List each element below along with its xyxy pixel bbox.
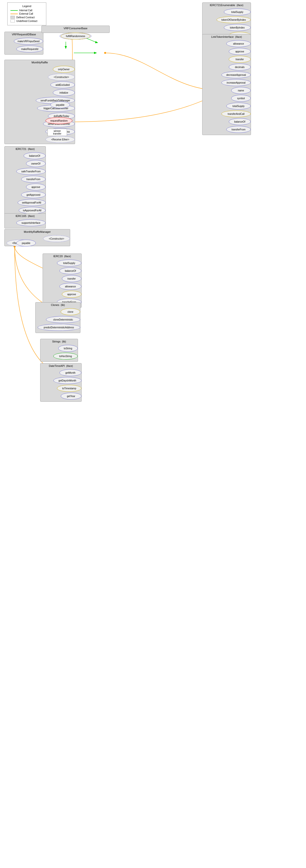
external-call-line <box>10 14 18 14</box>
legend-undefined-contract: Undefined Contract <box>10 20 43 23</box>
node-approve-link[interactable]: approve <box>229 48 251 55</box>
node-clone[interactable]: clone <box>61 308 80 315</box>
node-makeRequestId-vrf[interactable]: makeRequestId <box>16 45 43 53</box>
node-supportsInterface[interactable]: supportsInterface <box>16 219 45 226</box>
datetimeapi-box: DateTimeAPI (iface) getMonth getDaysInMo… <box>40 363 81 402</box>
clones-box: Clones (lib) clone cloneDeterministic pr… <box>35 302 80 333</box>
winner-label: winner <box>54 130 61 132</box>
vrfconsumerbase-box: VRFConsumerBase requestRandomness makeVR… <box>41 26 110 33</box>
external-call-label: External Call <box>19 12 33 15</box>
node-balanceOf-ierc20[interactable]: balanceOf <box>60 268 81 274</box>
ierc165-title: IERC165 (iface) <box>5 214 45 218</box>
legend-internal-call: Internal Call <box>10 9 43 12</box>
linktokeninterface-title: LinkTokenInterface (iface) <box>202 34 251 39</box>
monthlyraffle-title: MonthlyRaffle <box>5 60 75 65</box>
ierc165-box: IERC165 (iface) supportsInterface <box>4 213 46 228</box>
defined-contract-box <box>10 16 15 19</box>
strings-box: Strings (lib) toString toHexString <box>40 339 78 362</box>
legend-external-call: External Call <box>10 12 43 15</box>
vrfconsumerbase-title: VRFConsumerBase <box>42 26 109 31</box>
node-allowance-link[interactable]: allowance <box>226 40 251 47</box>
legend-title: Legend <box>10 5 43 7</box>
ierc20-title: IERC20 (iface) <box>43 254 81 259</box>
node-payable-mr[interactable]: payable <box>50 101 70 108</box>
node-makeVRFInputSeed-vrf[interactable]: makeVRFInputSeed <box>14 38 43 44</box>
node-totalSupply-link[interactable]: totalSupply <box>226 103 251 110</box>
node-name-link[interactable]: name <box>231 87 251 94</box>
node-decimals-link[interactable]: decimals <box>229 64 251 70</box>
node-symbol-link[interactable]: symbol <box>231 95 251 102</box>
node-getDaysInMonth[interactable]: getDaysInMonth <box>53 377 81 384</box>
node-predictDeterministicAddress[interactable]: predictDeterministicAddress <box>37 324 80 331</box>
node-balanceOf-link[interactable]: balanceOf <box>229 118 251 125</box>
node-getYear[interactable]: getYear <box>61 393 81 400</box>
node-tokenOfOwnerByIndex[interactable]: tokenOfOwnerByIndex <box>216 16 251 23</box>
node-transferFrom-ierc721[interactable]: transferFrom <box>21 176 45 183</box>
transfer-label: transfer <box>53 132 61 135</box>
datetimeapi-title: DateTimeAPI (iface) <box>40 364 81 368</box>
node-transferFrom-link[interactable]: transferFrom <box>226 126 251 133</box>
ierc721-box: IERC721 (iface) balanceOf ownerOf safeTr… <box>4 146 46 216</box>
node-setApprovalForAll[interactable]: setApprovalForAll <box>18 199 45 206</box>
node-receiveEther-mr[interactable]: <Receive Ether> <box>45 136 75 143</box>
undefined-contract-label: Undefined Contract <box>16 20 37 23</box>
node-ownerOf-ierc721[interactable]: ownerOf <box>26 160 45 167</box>
vrfrequestidbase-box: VRFRequestIDBase makeVRFInputSeed makeRe… <box>4 32 43 55</box>
diagram-container: Legend Internal Call External Call Defin… <box>0 0 306 868</box>
node-getMonth[interactable]: getMonth <box>60 369 81 376</box>
node-fulfillRandomness-vcb[interactable]: fulfillRandomness <box>61 33 90 39</box>
node-payable-mrm[interactable]: payable <box>16 240 36 246</box>
node-toHexString[interactable]: toHexString <box>53 353 78 360</box>
node-safeTransferFrom[interactable]: safeTransferFrom <box>16 168 45 175</box>
node-constructor-mr[interactable]: <Constructor> <box>48 73 75 81</box>
node-getApproved[interactable]: getApproved <box>21 191 45 198</box>
node-approve-ierc721[interactable]: approve <box>26 184 45 190</box>
defined-contract-label: Defined Contract <box>16 16 35 19</box>
legend-box: Legend Internal Call External Call Defin… <box>7 2 46 25</box>
node-allowance-ierc20[interactable]: allowance <box>60 283 81 290</box>
node-toTimestamp[interactable]: toTimestamp <box>57 385 81 392</box>
node-constructor-mrm[interactable]: <Constructor> <box>43 235 70 242</box>
node-totalSupply-ierc20[interactable]: totalSupply <box>57 259 81 267</box>
node-totalSupply-1[interactable]: totalSupply <box>224 8 251 16</box>
legend-defined-contract: Defined Contract <box>10 16 43 19</box>
node-onlyOwner[interactable]: onlyOwner <box>53 66 75 73</box>
ierc721-title: IERC721 (iface) <box>5 147 45 151</box>
strings-title: Strings (lib) <box>40 339 78 344</box>
ierc20-box: IERC20 (iface) totalSupply balanceOf tra… <box>43 253 81 308</box>
node-transfer-link[interactable]: transfer <box>229 56 251 63</box>
node-approve-ierc20[interactable]: approve <box>62 291 81 298</box>
node-cloneDeterministic[interactable]: cloneDeterministic <box>46 316 80 323</box>
node-transferAndCall[interactable]: transferAndCall <box>222 111 251 117</box>
node-toString[interactable]: toString <box>58 345 78 352</box>
linktokeninterface-box: LinkTokenInterface (iface) allowance app… <box>202 34 251 135</box>
node-increaseApproval[interactable]: increaseApproval <box>222 79 251 86</box>
node-initialize-mr[interactable]: initialize <box>53 89 75 96</box>
monthlyrafflemanager-box: MonthlyRaffleManager <Constructor> <Rece… <box>4 229 70 246</box>
node-balanceOf-ierc721[interactable]: balanceOf <box>24 152 45 159</box>
undefined-contract-box <box>10 20 15 23</box>
node-addExcluded[interactable]: addExcluded <box>50 82 75 88</box>
node-transfer-ierc20[interactable]: transfer <box>62 275 81 282</box>
internal-call-line <box>10 10 18 11</box>
node-requestRandom[interactable]: requestRandom <box>45 117 72 124</box>
vrfrequestidbase-title: VRFRequestIDBase <box>5 32 43 37</box>
clones-title: Clones (lib) <box>36 303 80 307</box>
node-tokenByIndex[interactable]: tokenByIndex <box>224 24 251 31</box>
ierc721enumerable-title: IERC721Enumerable (iface) <box>202 3 251 7</box>
internal-call-label: Internal Call <box>19 9 32 12</box>
winner-box: winner transfer <box>47 129 67 136</box>
node-decreaseApproval[interactable]: decreaseApproval <box>222 71 251 78</box>
node-isApprovedForAll[interactable]: isApprovedForAll <box>19 207 45 214</box>
monthlyrafflemanager-title: MonthlyRaffleManager <box>5 229 70 234</box>
